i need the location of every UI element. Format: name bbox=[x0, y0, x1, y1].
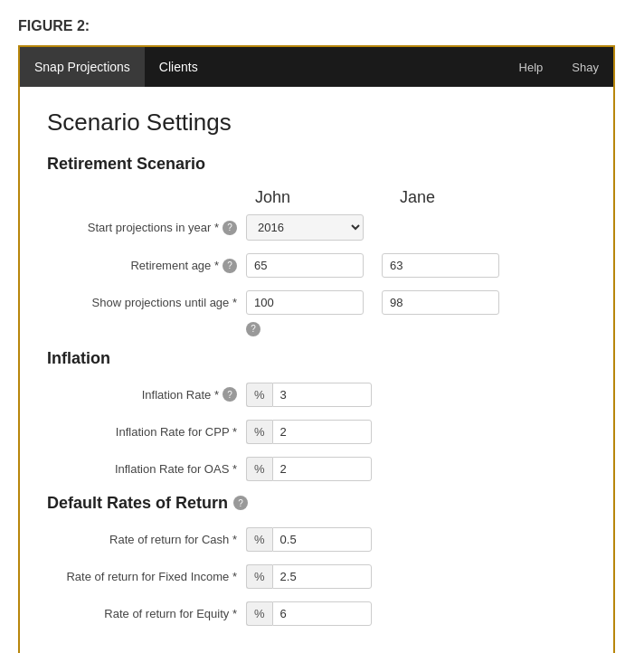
inflation-section-title: Inflation bbox=[47, 349, 586, 368]
rate-equity-group: % bbox=[246, 601, 372, 626]
rate-cash-label: Rate of return for Cash * bbox=[47, 533, 246, 546]
show-projections-help-icon[interactable]: ? bbox=[246, 322, 260, 336]
nav-user[interactable]: Shay bbox=[557, 47, 613, 87]
start-projections-row: Start projections in year * ? 2016 bbox=[47, 214, 586, 241]
inflation-rate-input[interactable] bbox=[272, 383, 372, 407]
inflation-cpp-group: % bbox=[246, 420, 372, 444]
inflation-oas-group: % bbox=[246, 457, 372, 481]
inflation-oas-input[interactable] bbox=[272, 457, 372, 481]
inflation-cpp-row: Inflation Rate for CPP * % bbox=[47, 420, 586, 444]
rate-fixed-row: Rate of return for Fixed Income * % bbox=[47, 564, 586, 589]
inflation-rate-percent-symbol: % bbox=[246, 383, 272, 407]
show-projections-john-input[interactable] bbox=[246, 290, 364, 315]
rate-fixed-label: Rate of return for Fixed Income * bbox=[47, 570, 246, 583]
rate-equity-label: Rate of return for Equity * bbox=[47, 607, 246, 620]
retirement-age-jane-input[interactable] bbox=[382, 253, 499, 278]
col-john: John bbox=[246, 188, 391, 207]
inflation-oas-percent-symbol: % bbox=[246, 457, 272, 481]
inflation-cpp-input[interactable] bbox=[272, 420, 372, 444]
show-projections-row: Show projections until age * bbox=[47, 290, 586, 315]
retirement-section-title: Retirement Scenario bbox=[47, 155, 586, 174]
rate-cash-row: Rate of return for Cash * % bbox=[47, 527, 586, 552]
inflation-rate-group: % bbox=[246, 383, 372, 407]
col-jane: Jane bbox=[391, 188, 535, 207]
navbar: Snap Projections Clients Help Shay bbox=[20, 47, 613, 87]
inflation-rate-label: Inflation Rate * ? bbox=[47, 387, 246, 402]
start-projections-help-icon[interactable]: ? bbox=[223, 221, 237, 235]
start-projections-label: Start projections in year * ? bbox=[47, 221, 246, 235]
figure-label: FIGURE 2: bbox=[18, 18, 626, 34]
columns-header: John Jane bbox=[246, 188, 586, 207]
nav-clients[interactable]: Clients bbox=[145, 47, 213, 87]
inflation-oas-row: Inflation Rate for OAS * % bbox=[47, 457, 586, 481]
show-projections-help-below: ? bbox=[246, 320, 586, 336]
inflation-rate-row: Inflation Rate * ? % bbox=[47, 383, 586, 407]
show-projections-label: Show projections until age * bbox=[47, 296, 246, 309]
nav-snap-projections[interactable]: Snap Projections bbox=[20, 47, 145, 87]
rate-cash-input[interactable] bbox=[272, 527, 372, 552]
show-projections-jane-input[interactable] bbox=[382, 290, 499, 315]
default-rates-title-row: Default Rates of Return ? bbox=[47, 494, 586, 513]
rate-equity-percent-symbol: % bbox=[246, 601, 272, 626]
nav-right: Help Shay bbox=[505, 47, 613, 87]
rate-fixed-percent-symbol: % bbox=[246, 564, 272, 589]
rate-equity-input[interactable] bbox=[272, 601, 372, 626]
default-rates-section-title: Default Rates of Return bbox=[47, 494, 228, 513]
default-rates-help-icon[interactable]: ? bbox=[233, 496, 248, 510]
inflation-cpp-percent-symbol: % bbox=[246, 420, 272, 444]
page-title: Scenario Settings bbox=[47, 109, 586, 137]
retirement-age-label: Retirement age * ? bbox=[47, 259, 246, 273]
rate-fixed-group: % bbox=[246, 564, 372, 589]
retirement-age-help-icon[interactable]: ? bbox=[223, 259, 237, 273]
rate-cash-percent-symbol: % bbox=[246, 527, 272, 552]
retirement-age-john-input[interactable] bbox=[246, 253, 364, 278]
nav-help[interactable]: Help bbox=[505, 47, 558, 87]
rate-equity-row: Rate of return for Equity * % bbox=[47, 601, 586, 626]
inflation-cpp-label: Inflation Rate for CPP * bbox=[47, 425, 246, 439]
rate-cash-group: % bbox=[246, 527, 372, 552]
main-frame: Snap Projections Clients Help Shay Scena… bbox=[18, 45, 615, 653]
rate-fixed-input[interactable] bbox=[272, 564, 372, 589]
inflation-rate-help-icon[interactable]: ? bbox=[223, 387, 237, 402]
start-projections-select[interactable]: 2016 bbox=[246, 214, 364, 241]
inflation-oas-label: Inflation Rate for OAS * bbox=[47, 462, 246, 476]
retirement-age-row: Retirement age * ? bbox=[47, 253, 586, 278]
content-area: Scenario Settings Retirement Scenario Jo… bbox=[20, 87, 613, 653]
